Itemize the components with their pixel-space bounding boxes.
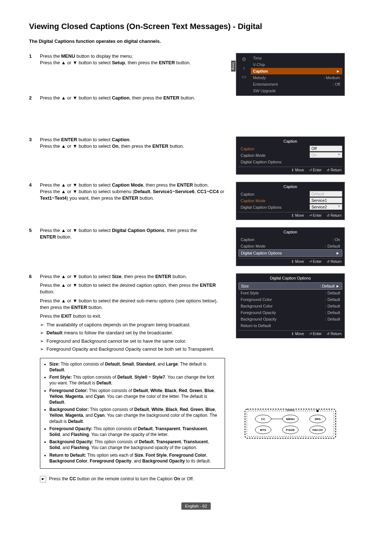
desc-return-default: Return to Default: This option sets each…: [49, 452, 221, 464]
menu-row-caption[interactable]: Caption: [238, 146, 310, 152]
option-descriptions: Size: This option consists of Default, S…: [40, 358, 225, 469]
desc-font-style: Font Style: This option consists of Defa…: [49, 374, 221, 386]
step-text: Press the MENU button to display the men…: [40, 53, 225, 86]
remote-menu-button[interactable]: MENU: [286, 417, 295, 421]
step-3: 3 Press the ENTER button to select Capti…: [29, 136, 225, 169]
dropdown[interactable]: Default Service1 Service2: [310, 191, 342, 211]
menu-row-fg-opacity[interactable]: Foreground Opacity: Default: [238, 309, 342, 316]
remote-mts-button[interactable]: MTS: [260, 428, 267, 432]
note-availability: The availability of captions depends on …: [40, 322, 225, 328]
step-number: 4: [29, 182, 34, 215]
menu-row-caption[interactable]: Caption: [238, 191, 310, 197]
menu-row-dco[interactable]: Digital Caption Options: [238, 204, 310, 211]
step-number: 6: [29, 273, 34, 482]
menu-row-size[interactable]: Size: Default ►: [238, 282, 342, 290]
hint-return: ↺ Return: [327, 332, 342, 336]
dropdown-service1[interactable]: Service1: [310, 197, 342, 203]
note-fg-bg-color: Foreground and Background cannot be set …: [40, 338, 225, 345]
menu-item-entertainment[interactable]: Entertainment: Off: [251, 81, 342, 87]
hint-return: ↺ Return: [327, 168, 342, 172]
menu-row-caption-mode[interactable]: Caption Mode: [238, 197, 310, 204]
osd-footer: ⇕ Move ⏎ Enter ↺ Return: [238, 258, 342, 264]
hint-move: ⇕ Move: [291, 332, 304, 336]
osd-caption-mode: Caption Caption Caption Mode Digital Cap…: [236, 182, 345, 220]
osd-title: Caption: [238, 138, 342, 146]
remote-favch-button[interactable]: FAV.CH: [313, 428, 323, 432]
music-icon: ♪: [243, 65, 245, 71]
hint-enter: ⏎ Enter: [309, 260, 322, 264]
hint-enter: ⏎ Enter: [309, 168, 322, 172]
menu-row-font-style[interactable]: Font Style: Default: [238, 290, 342, 296]
step-text: Press the ▲ or ▼ button to select Captio…: [40, 95, 225, 127]
page-footer: English - 62: [181, 502, 211, 510]
step-4: 4 Press the ▲ or ▼ button to select Capt…: [29, 182, 225, 215]
menu-row-bg-opacity[interactable]: Background Opacity: Default: [238, 316, 342, 322]
hint-return: ↺ Return: [327, 213, 342, 217]
step-text: Press the ▲ or ▼ button to select Captio…: [40, 182, 225, 215]
menu-row-return-default[interactable]: Return to Default: [238, 322, 342, 329]
menu-row-fg-color[interactable]: Foreground Color: Default: [238, 296, 342, 303]
step-2: 2 Press the ▲ or ▼ button to select Capt…: [29, 95, 225, 127]
chevron-right-icon: ►: [336, 284, 340, 288]
page-title: Viewing Closed Captions (On-Screen Text …: [29, 22, 363, 31]
osd-setup-menu: Setup ⚙ ♪ ▭ Time V-Chip Caption ► Melody…: [236, 53, 345, 96]
chevron-right-icon: ►: [336, 69, 340, 73]
step-1: 1 Press the MENU button to display the m…: [29, 53, 225, 86]
osd-dco-options: Digital Caption Options Size: Default ► …: [236, 273, 345, 338]
menu-item-melody[interactable]: Melody: Medium: [251, 74, 342, 81]
menu-row-caption[interactable]: Caption: On: [238, 236, 342, 243]
hint-move: ⇕ Move: [291, 213, 304, 217]
osd-title: Caption: [238, 184, 342, 191]
remote-cc-button[interactable]: CC: [261, 417, 265, 421]
step-number: 2: [29, 95, 34, 127]
osd-footer: ⇕ Move ⏎ Enter ↺ Return: [238, 167, 342, 173]
note-opacity: Foreground Opacity and Background Opacit…: [40, 346, 225, 352]
chevron-right-icon: ►: [336, 251, 340, 255]
dropdown-on[interactable]: On: [310, 152, 342, 158]
desc-fg-color: Foreground Color: This option consists o…: [49, 388, 221, 405]
remote-icon: ☛: [40, 476, 46, 482]
vtab-setup: Setup: [231, 61, 236, 72]
menu-row-bg-color[interactable]: Background Color: Default: [238, 303, 342, 309]
desc-size: Size: This option consists of Default, S…: [49, 361, 221, 373]
page-subtitle: The Digital Captions function operates o…: [29, 38, 363, 44]
dropdown-service2[interactable]: Service2: [310, 204, 342, 210]
osd-caption-onoff: Caption Caption Caption Mode Digital Cap…: [236, 136, 345, 175]
gear-icon: ⚙: [242, 56, 246, 62]
osd-caption-dco: Caption Caption: On Caption Mode: Defaul…: [236, 227, 345, 266]
hint-move: ⇕ Move: [291, 260, 304, 264]
dropdown-off[interactable]: Off: [310, 146, 342, 151]
hint-move: ⇕ Move: [291, 168, 304, 172]
remote-diagram: CC MENU SRS MTS P.SIZE FAV.CH: [236, 407, 345, 441]
menu-item-swupgrade[interactable]: SW Upgrade: [251, 87, 342, 94]
menu-row-caption-mode[interactable]: Caption Mode: [238, 152, 310, 159]
dropdown-default[interactable]: Default: [310, 191, 342, 197]
menu-row-dco[interactable]: Digital Caption Options: [238, 159, 310, 165]
menu-row-caption-mode[interactable]: Caption Mode: Default: [238, 243, 342, 249]
dropdown[interactable]: Off On: [310, 146, 342, 165]
desc-bg-opacity: Background Opacity: This option consists…: [49, 439, 221, 451]
menu-item-caption[interactable]: Caption ►: [251, 68, 342, 74]
menu-item-time[interactable]: Time: [251, 55, 342, 61]
step-number: 3: [29, 136, 34, 169]
menu-item-vchip[interactable]: V-Chip: [251, 61, 342, 68]
remote-srs-button[interactable]: SRS: [315, 417, 321, 421]
hint-return: ↺ Return: [327, 260, 342, 264]
menu-row-dco[interactable]: Digital Caption Options►: [238, 249, 342, 257]
step-text: Press the ▲ or ▼ button to select Size, …: [40, 273, 225, 482]
step-text: Press the ENTER button to select Caption…: [40, 136, 225, 169]
osd-title: Digital Caption Options: [238, 275, 342, 282]
step-5: 5 Press the ▲ or ▼ button to select Digi…: [29, 227, 225, 260]
tv-icon: ▭: [242, 74, 246, 80]
desc-fg-opacity: Foreground Opacity: This option consists…: [49, 426, 221, 437]
step-number: 5: [29, 227, 34, 260]
hint-enter: ⏎ Enter: [309, 213, 322, 217]
remote-tip: ☛ Press the CC button on the remote cont…: [40, 476, 225, 482]
svg-point-7: [317, 410, 319, 412]
hint-enter: ⏎ Enter: [309, 332, 322, 336]
remote-psize-button[interactable]: P.SIZE: [286, 428, 295, 432]
osd-footer: ⇕ Move ⏎ Enter ↺ Return: [238, 330, 342, 337]
step-6: 6 Press the ▲ or ▼ button to select Size…: [29, 273, 225, 482]
desc-bg-color: Background Color: This option consists o…: [49, 407, 221, 424]
osd-footer: ⇕ Move ⏎ Enter ↺ Return: [238, 212, 342, 218]
